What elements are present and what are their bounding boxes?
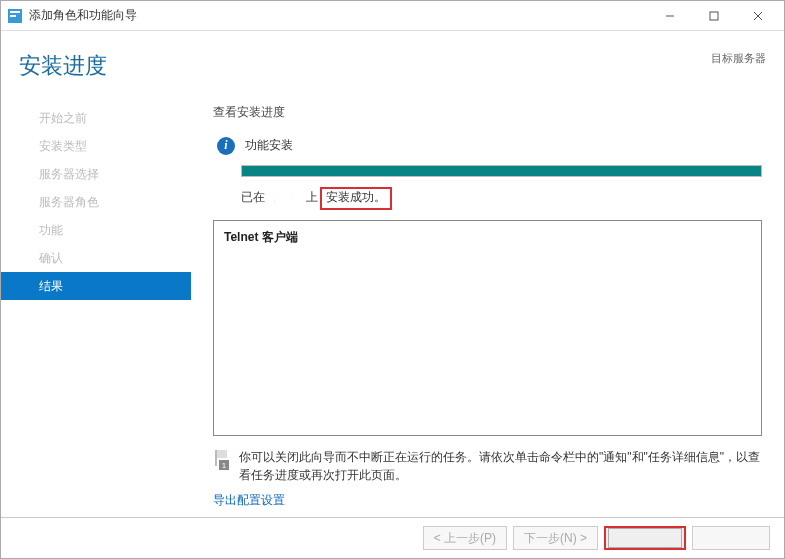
flag-icon: 1 — [213, 450, 229, 470]
titlebar: 添加角色和功能向导 — [1, 1, 784, 31]
close-button[interactable] — [736, 2, 780, 30]
svg-rect-2 — [10, 15, 16, 17]
export-config-link[interactable]: 导出配置设置 — [213, 492, 762, 509]
sidebar-item-confirm: 确认 — [1, 244, 191, 272]
app-icon — [7, 8, 23, 24]
server-name-redacted: , · — [268, 190, 303, 204]
minimize-button[interactable] — [648, 2, 692, 30]
next-button: 下一步(N) > — [513, 526, 598, 550]
svg-rect-4 — [710, 12, 718, 20]
window-controls — [648, 2, 780, 30]
feature-list: Telnet 客户端 — [213, 220, 762, 436]
result-line: 已在 , · 上 安装成功。 — [241, 187, 762, 210]
sidebar-item-server: 服务器选择 — [1, 160, 191, 188]
sidebar-item-results[interactable]: 结果 — [1, 272, 191, 300]
target-server-name: . — [763, 67, 766, 79]
svg-rect-1 — [10, 11, 20, 13]
sidebar-item-features: 功能 — [1, 216, 191, 244]
progress-section-label: 查看安装进度 — [213, 104, 762, 121]
close-wizard-button-highlight — [604, 526, 686, 550]
maximize-button[interactable] — [692, 2, 736, 30]
previous-button: < 上一步(P) — [423, 526, 507, 550]
status-row: i 功能安装 — [217, 137, 762, 155]
note-row: 1 你可以关闭此向导而不中断正在运行的任务。请依次单击命令栏中的"通知"和"任务… — [213, 448, 762, 484]
progress-fill — [242, 166, 761, 176]
status-text: 功能安装 — [245, 137, 293, 154]
window-title: 添加角色和功能向导 — [29, 7, 648, 24]
sidebar-item-type: 安装类型 — [1, 132, 191, 160]
main-panel: 查看安装进度 i 功能安装 已在 , · 上 安装成功。 Telnet 客户端 — [191, 100, 784, 517]
note-text: 你可以关闭此向导而不中断正在运行的任务。请依次单击命令栏中的"通知"和"任务详细… — [239, 448, 762, 484]
body: 开始之前 安装类型 服务器选择 服务器角色 功能 确认 结果 查看安装进度 i … — [1, 90, 784, 517]
header: 安装进度 目标服务器 . — [1, 31, 784, 90]
wizard-window: 添加角色和功能向导 安装进度 目标服务器 . 开始之前 安装类型 服务器选择 服… — [0, 0, 785, 559]
feature-item-telnet: Telnet 客户端 — [224, 229, 751, 246]
close-wizard-button[interactable] — [608, 528, 682, 548]
footer: < 上一步(P) 下一步(N) > — [1, 517, 784, 558]
sidebar: 开始之前 安装类型 服务器选择 服务器角色 功能 确认 结果 — [1, 100, 191, 517]
cancel-button — [692, 526, 770, 550]
page-title: 安装进度 — [19, 51, 711, 81]
sidebar-item-before: 开始之前 — [1, 104, 191, 132]
progress-bar — [241, 165, 762, 177]
sidebar-item-roles: 服务器角色 — [1, 188, 191, 216]
target-server-label: 目标服务器 . — [711, 51, 766, 82]
success-highlight: 安装成功。 — [320, 187, 392, 210]
info-icon: i — [217, 137, 235, 155]
